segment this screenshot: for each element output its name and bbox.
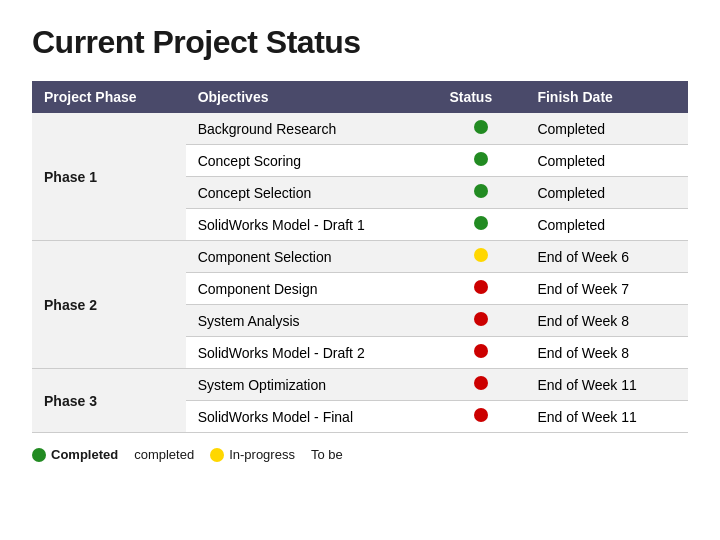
legend-inprogress-label: In-progress [229,447,295,462]
objective-cell: SolidWorks Model - Draft 2 [186,337,438,369]
objective-cell: Component Selection [186,241,438,273]
col-header-finish: Finish Date [525,81,688,113]
objective-cell: Concept Selection [186,177,438,209]
status-cell [437,369,525,401]
legend: Completed completed In-progress To be [32,447,688,462]
status-dot [474,152,488,166]
finish-date-cell: Completed [525,177,688,209]
finish-date-cell: End of Week 8 [525,337,688,369]
status-dot [474,280,488,294]
phase-cell: Phase 3 [32,369,186,433]
finish-date-cell: End of Week 11 [525,369,688,401]
status-cell [437,209,525,241]
finish-date-cell: End of Week 8 [525,305,688,337]
status-dot [474,184,488,198]
objective-cell: Concept Scoring [186,145,438,177]
status-dot [474,408,488,422]
finish-date-cell: Completed [525,113,688,145]
status-cell [437,305,525,337]
status-cell [437,273,525,305]
page-title: Current Project Status [32,24,688,61]
objective-cell: SolidWorks Model - Draft 1 [186,209,438,241]
objective-cell: Background Research [186,113,438,145]
status-cell [437,401,525,433]
objective-cell: SolidWorks Model - Final [186,401,438,433]
completed-dot [32,448,46,462]
project-status-table: Project Phase Objectives Status Finish D… [32,81,688,433]
legend-completed-sublabel: completed [134,447,194,462]
objective-cell: Component Design [186,273,438,305]
table-row: Phase 1Background ResearchCompleted [32,113,688,145]
finish-date-cell: End of Week 11 [525,401,688,433]
status-dot [474,376,488,390]
legend-completed: Completed [32,447,118,462]
status-cell [437,337,525,369]
status-dot [474,216,488,230]
objective-cell: System Analysis [186,305,438,337]
phase-cell: Phase 2 [32,241,186,369]
inprogress-dot [210,448,224,462]
col-header-phase: Project Phase [32,81,186,113]
phase-cell: Phase 1 [32,113,186,241]
table-row: Phase 3System OptimizationEnd of Week 11 [32,369,688,401]
status-cell [437,145,525,177]
finish-date-cell: Completed [525,145,688,177]
legend-inprogress: In-progress [210,447,295,462]
legend-tobe-label: To be [311,447,343,462]
table-row: Phase 2Component SelectionEnd of Week 6 [32,241,688,273]
finish-date-cell: End of Week 6 [525,241,688,273]
status-cell [437,113,525,145]
status-dot [474,248,488,262]
col-header-status: Status [437,81,525,113]
status-cell [437,241,525,273]
status-dot [474,312,488,326]
legend-completed-label: Completed [51,447,118,462]
col-header-objectives: Objectives [186,81,438,113]
status-cell [437,177,525,209]
finish-date-cell: Completed [525,209,688,241]
status-dot [474,344,488,358]
objective-cell: System Optimization [186,369,438,401]
finish-date-cell: End of Week 7 [525,273,688,305]
status-dot [474,120,488,134]
